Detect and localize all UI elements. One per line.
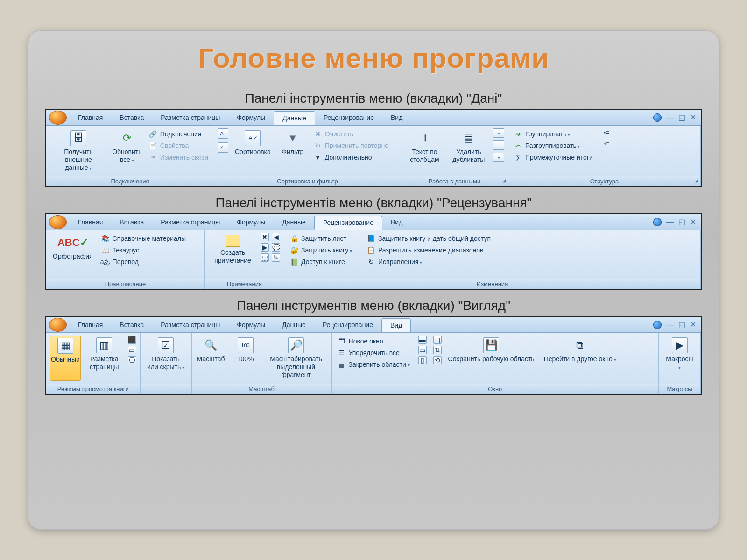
page-layout-button[interactable]: ▥ Разметка страницы — [85, 336, 124, 380]
properties-button[interactable]: 📄Свойства — [147, 140, 210, 152]
help-icon[interactable] — [653, 218, 662, 226]
track-changes-button[interactable]: ↻Исправления — [365, 256, 493, 268]
tab-formulas[interactable]: Формулы — [228, 216, 274, 229]
save-workspace-button[interactable]: 💾 Сохранить рабочую область — [445, 336, 537, 365]
freeze-panes-button[interactable]: ▦Закрепить области — [336, 359, 412, 371]
reapply-button[interactable]: ↻Применить повторно — [312, 140, 390, 152]
normal-view-button[interactable]: ▦ Обычный — [50, 336, 81, 380]
tab-view[interactable]: Вид — [381, 318, 411, 332]
whatif-icon[interactable] — [493, 153, 504, 162]
tab-insert[interactable]: Вставка — [111, 111, 152, 124]
close-icon[interactable]: ✕ — [690, 217, 696, 226]
macros-button[interactable]: ▶ Макросы — [662, 336, 697, 373]
protect-sheet-button[interactable]: 🔒Защитить лист — [288, 233, 354, 245]
tab-review[interactable]: Рецензирование — [314, 216, 382, 230]
show-all-comments-icon[interactable]: ⬚ — [261, 253, 269, 262]
delete-comment-icon[interactable]: ✖ — [261, 233, 269, 241]
tab-review[interactable]: Рецензирование — [315, 111, 382, 124]
consolidate-icon[interactable] — [493, 140, 504, 150]
data-validation-icon[interactable] — [493, 128, 504, 138]
sort-button[interactable]: A Z Сортировка — [232, 128, 274, 158]
split-icon[interactable]: ▬ — [418, 336, 427, 344]
close-icon[interactable]: ✕ — [690, 113, 696, 122]
zoom-100-button[interactable]: 100 100% — [230, 336, 261, 365]
office-button[interactable] — [49, 318, 67, 332]
zoom-selection-button[interactable]: 🔎 Масштабировать выделенный фрагмент — [265, 336, 328, 380]
view-side-icon[interactable]: ◫ — [433, 336, 442, 344]
tab-view[interactable]: Вид — [382, 111, 411, 124]
show-hide-button[interactable]: ☑ Показать или скрыть — [144, 336, 188, 373]
new-comment-button[interactable]: Создать примечание — [209, 233, 257, 266]
dialog-launcher-icon[interactable]: ◢ — [695, 178, 698, 183]
spelling-button[interactable]: ABC✓ Орфография — [50, 233, 96, 262]
show-comment-icon[interactable]: 💬 — [272, 243, 280, 252]
research-button[interactable]: 📚Справочные материалы — [99, 233, 188, 245]
group-rows-button[interactable]: ➔Группировать — [512, 128, 595, 140]
zoom-button[interactable]: 🔍 Масштаб — [196, 336, 226, 365]
share-workbook-button[interactable]: 📗Доступ к книге — [288, 256, 354, 268]
tab-insert[interactable]: Вставка — [111, 318, 152, 331]
close-icon[interactable]: ✕ — [690, 320, 696, 329]
tab-home[interactable]: Главная — [70, 216, 111, 229]
text-to-columns-button[interactable]: ⫴ Текст по столбцам — [405, 128, 444, 166]
new-window-button[interactable]: 🗔Новое окно — [336, 336, 412, 347]
ungroup-button[interactable]: ⤺Разгруппировать — [512, 140, 595, 152]
custom-views-icon[interactable]: ▭ — [128, 346, 136, 354]
page-break-icon[interactable]: ⬛ — [128, 336, 136, 344]
tab-formulas[interactable]: Формулы — [228, 318, 274, 331]
restore-icon[interactable]: ◱ — [678, 113, 685, 122]
arrange-all-button[interactable]: ☰Упорядочить все — [336, 347, 412, 359]
office-button[interactable] — [49, 215, 67, 229]
minimize-icon[interactable]: — — [666, 113, 674, 122]
restore-icon[interactable]: ◱ — [678, 217, 685, 226]
tab-view[interactable]: Вид — [382, 216, 411, 229]
thesaurus-button[interactable]: 📖Тезаурус — [99, 245, 188, 256]
refresh-all-button[interactable]: ⟳ Обновить все — [111, 128, 143, 166]
zoom-100-icon: 100 — [238, 337, 254, 353]
hide-window-icon[interactable]: ▭ — [418, 346, 427, 354]
help-icon[interactable] — [653, 113, 662, 122]
tab-review[interactable]: Рецензирование — [314, 318, 381, 331]
tab-home[interactable]: Главная — [70, 111, 111, 124]
subtotal-button[interactable]: ∑Промежуточные итоги — [512, 152, 595, 163]
help-icon[interactable] — [653, 321, 662, 329]
switch-windows-button[interactable]: ⧉ Перейти в другое окно — [541, 336, 619, 365]
allow-ranges-button[interactable]: 📋Разрешить изменение диапазонов — [365, 245, 493, 256]
group-label-macros: Макросы — [659, 384, 700, 394]
tab-data[interactable]: Данные — [274, 216, 314, 229]
protect-share-button[interactable]: 📘Защитить книгу и дать общий доступ — [365, 233, 493, 245]
reset-pos-icon[interactable]: ⟲ — [433, 356, 442, 364]
advanced-filter-button[interactable]: ▾Дополнительно — [312, 152, 390, 163]
remove-duplicates-button[interactable]: ▤ Удалить дубликаты — [448, 128, 489, 166]
restore-icon[interactable]: ◱ — [678, 320, 685, 329]
clear-filter-button[interactable]: ✖Очистить — [312, 128, 390, 140]
tab-data[interactable]: Данные — [274, 318, 314, 331]
tab-layout[interactable]: Разметка страницы — [152, 318, 228, 331]
minimize-icon[interactable]: — — [666, 218, 674, 226]
office-button[interactable] — [49, 111, 67, 125]
minimize-icon[interactable]: — — [666, 321, 674, 329]
fullscreen-icon[interactable]: 🖵 — [128, 356, 136, 364]
sort-desc-icon[interactable]: Z↓ — [218, 142, 228, 153]
next-comment-icon[interactable]: ▶ — [261, 243, 269, 252]
sync-scroll-icon[interactable]: ⇅ — [433, 346, 442, 354]
show-ink-icon[interactable]: ✎ — [272, 253, 280, 262]
edit-links-button[interactable]: ⚭Изменить связи — [147, 152, 210, 163]
translate-button[interactable]: aあПеревод — [99, 256, 188, 268]
dialog-launcher-icon[interactable]: ◢ — [502, 178, 506, 183]
tab-layout[interactable]: Разметка страницы — [152, 111, 228, 124]
protect-workbook-button[interactable]: 🔐Защитить книгу — [288, 245, 354, 256]
tab-formulas[interactable]: Формулы — [228, 111, 274, 124]
tab-layout[interactable]: Разметка страницы — [152, 216, 228, 229]
show-detail-icon[interactable]: ▪≡ — [602, 128, 611, 137]
sort-asc-icon[interactable]: A↓ — [218, 128, 228, 139]
tab-home[interactable]: Главная — [70, 318, 111, 331]
prev-comment-icon[interactable]: ◀ — [272, 233, 280, 241]
filter-button[interactable]: ▼ Фильтр — [277, 128, 308, 158]
tab-insert[interactable]: Вставка — [111, 216, 152, 229]
tab-data[interactable]: Данные — [274, 111, 315, 125]
unhide-window-icon[interactable]: ▯ — [418, 356, 427, 364]
connections-button[interactable]: 🔗Подключения — [147, 128, 210, 140]
hide-detail-icon[interactable]: ▫≡ — [602, 140, 611, 148]
get-external-data-button[interactable]: 🗄 Получить внешние данные — [50, 128, 107, 173]
